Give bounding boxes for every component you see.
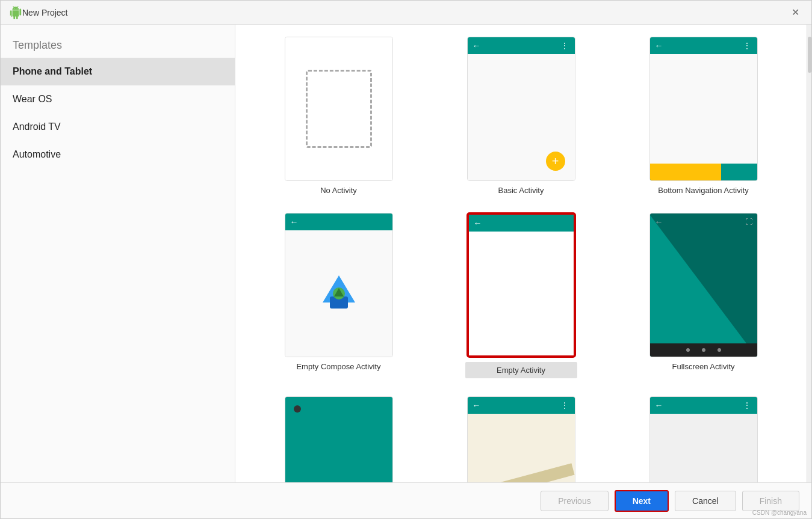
map-visual: ← ⋮ [468,397,575,482]
scrollbar-thumb [808,37,811,73]
empty-topbar: ← [469,215,574,232]
scrollbar[interactable] [807,25,811,482]
template-empty-activity[interactable]: ← Empty Activity [436,213,606,378]
bottom-nav-label: Bottom Navigation Activity [658,186,748,195]
map-body [468,414,575,482]
bottom-nav-visual: ← ⋮ [650,37,757,180]
compose-topbar: ← [285,213,392,230]
back-arrow-icon: ← [655,401,663,410]
empty-compose-visual: ← [285,213,392,357]
template-no-activity-preview [285,37,393,181]
diagonal-overlay [650,213,757,357]
basic-activity-visual: ← ⋮ + [468,37,575,180]
back-arrow-icon: ← [473,41,481,51]
more-options-icon: ⋮ [560,401,570,410]
empty-body [469,232,574,355]
finish-button[interactable]: Finish [742,491,799,511]
bottom-nav-bar [650,164,757,180]
empty-activity-label: Empty Activity [465,362,577,378]
template-row3-mid-preview: ← ⋮ [467,396,575,482]
no-activity-visual [285,37,392,180]
bottom-nav-topbar: ← ⋮ [650,37,757,54]
map-topbar: ← ⋮ [468,397,575,414]
cancel-button[interactable]: Cancel [675,491,736,511]
template-empty-activity-preview: ← [467,213,575,357]
template-fullscreen-preview: ← ⛶ [649,213,758,357]
dot-icon [294,405,301,413]
sidebar: Templates Phone and Tablet Wear OS Andro… [1,25,235,482]
template-empty-compose-preview: ← [285,213,393,357]
basic-topbar: ← ⋮ [468,37,575,54]
android-logo-icon [9,6,22,19]
back-arrow-icon: ← [655,41,663,51]
phone-nav-bar [650,343,757,357]
nav-tab-3 [721,164,757,180]
row3-right-body [650,414,757,482]
back-arrow-icon: ← [474,218,482,228]
nav-dot-2 [702,348,705,352]
nav-dot-1 [686,348,690,352]
content-area: Templates Phone and Tablet Wear OS Andro… [1,25,811,482]
template-no-activity[interactable]: No Activity [253,37,424,195]
nav-tab-1 [650,164,686,180]
row3-right-visual: ← ⋮ [650,397,757,482]
template-row3-left-preview [285,396,393,482]
fab-icon: + [546,152,565,171]
template-row3-right[interactable]: ← ⋮ [618,396,789,482]
sidebar-item-wear-os[interactable]: Wear OS [1,85,235,113]
template-basic-activity-preview: ← ⋮ + [467,37,575,181]
title-bar: New Project ✕ [1,1,811,25]
more-options-icon: ⋮ [743,41,752,51]
template-empty-compose[interactable]: ← Empty Com [253,213,424,378]
teal-preview-visual [285,397,392,482]
compose-body [285,230,392,357]
compose-logo-icon [318,272,360,315]
sidebar-item-automotive[interactable]: Automotive [1,141,235,168]
new-project-dialog: New Project ✕ Templates Phone and Tablet… [0,0,812,519]
sidebar-item-phone-tablet[interactable]: Phone and Tablet [1,58,235,85]
previous-button[interactable]: Previous [541,491,608,511]
empty-activity-visual: ← [469,215,574,355]
templates-grid: No Activity ← ⋮ + [253,37,789,482]
basic-body: + [468,54,575,180]
sidebar-item-android-tv[interactable]: Android TV [1,113,235,141]
no-activity-label: No Activity [320,186,357,195]
more-options-icon: ⋮ [743,401,752,410]
template-bottom-nav-preview: ← ⋮ [649,37,758,181]
template-bottom-nav[interactable]: ← ⋮ Bottom Navigation Activity [618,37,789,195]
watermark: CSDN @changyana [752,509,807,516]
nav-dot-3 [717,348,721,352]
nav-tab-2 [686,164,721,180]
more-options-icon: ⋮ [560,41,570,51]
close-button[interactable]: ✕ [788,5,803,19]
dialog-footer: Previous Next Cancel Finish [1,482,811,518]
basic-activity-label: Basic Activity [498,186,544,195]
bottom-nav-body [650,54,757,164]
back-arrow-icon: ← [473,401,481,410]
template-fullscreen[interactable]: ← ⛶ Fullscreen Activity [618,213,789,378]
templates-grid-container: No Activity ← ⋮ + [235,25,807,482]
back-arrow-icon: ← [290,217,299,227]
next-button[interactable]: Next [615,490,669,512]
templates-section-title: Templates [1,31,235,58]
dashed-rectangle-icon [306,70,372,148]
template-row3-left[interactable] [253,396,424,482]
template-row3-mid[interactable]: ← ⋮ [436,396,606,482]
map-area [468,414,575,482]
empty-compose-label: Empty Compose Activity [296,362,380,371]
row3-right-topbar: ← ⋮ [650,397,757,414]
template-basic-activity[interactable]: ← ⋮ + Basic Activity [436,37,606,195]
template-row3-right-preview: ← ⋮ [649,396,758,482]
map-road [468,463,574,482]
dialog-title: New Project [22,8,788,17]
fullscreen-visual: ← ⛶ [650,213,757,357]
fullscreen-label: Fullscreen Activity [672,362,734,371]
